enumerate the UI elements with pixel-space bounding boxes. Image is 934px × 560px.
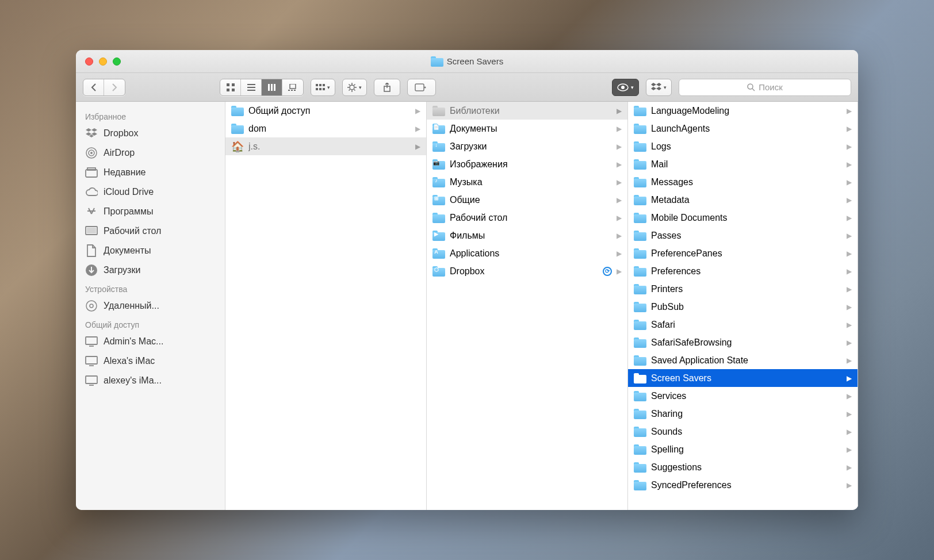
- disc-icon: [85, 300, 98, 312]
- sidebar-item[interactable]: Рабочий стол: [76, 221, 225, 241]
- sidebar-item[interactable]: Удаленный...: [76, 296, 225, 316]
- folder-icon: [634, 480, 646, 490]
- file-row[interactable]: ↓Загрузки▶: [427, 137, 627, 155]
- disclosure-arrow-icon: ▶: [617, 125, 622, 133]
- file-row[interactable]: Spelling▶: [628, 440, 858, 458]
- folder-icon: [634, 195, 646, 205]
- file-row[interactable]: 🏠j.s.▶: [225, 137, 426, 155]
- file-row[interactable]: SafariSafeBrowsing▶: [628, 333, 858, 351]
- search-placeholder: Поиск: [759, 82, 783, 92]
- file-row[interactable]: Saved Application State▶: [628, 351, 858, 369]
- file-name: Spelling: [651, 444, 842, 455]
- file-row[interactable]: Общий доступ▶: [225, 102, 426, 120]
- chevron-down-icon: ▾: [327, 85, 330, 90]
- file-row[interactable]: Screen Savers▶: [628, 369, 858, 387]
- folder-icon: [231, 124, 244, 134]
- file-row[interactable]: Рабочий стол▶: [427, 209, 627, 227]
- disclosure-arrow-icon: ▶: [617, 232, 622, 240]
- sidebar-item[interactable]: alexey's iMa...: [76, 371, 225, 390]
- disclosure-arrow-icon: ▶: [847, 267, 852, 275]
- finder-window: Screen Savers: [76, 50, 858, 510]
- arrange-button[interactable]: ▾: [311, 79, 335, 96]
- file-name: LanguageModeling: [651, 106, 842, 116]
- file-row[interactable]: Sounds▶: [628, 423, 858, 440]
- sidebar[interactable]: ИзбранноеDropboxAirDropНедавниеiCloud Dr…: [76, 102, 225, 510]
- file-row[interactable]: AApplications▶: [427, 244, 627, 262]
- file-row[interactable]: Sharing▶: [628, 405, 858, 423]
- folder-icon: [634, 444, 646, 455]
- svg-rect-7: [268, 84, 270, 91]
- forward-button[interactable]: [104, 79, 125, 95]
- file-row[interactable]: 📷Изображения▶: [427, 155, 627, 173]
- file-row[interactable]: Messages▶: [628, 173, 858, 191]
- view-list-button[interactable]: [241, 79, 262, 95]
- svg-point-32: [424, 86, 426, 88]
- file-row[interactable]: Printers▶: [628, 280, 858, 298]
- sidebar-item[interactable]: Документы: [76, 241, 225, 260]
- folder-glyph: ⬡: [432, 265, 440, 273]
- file-row[interactable]: Библиотеки▶: [427, 102, 627, 120]
- file-row[interactable]: 📄Документы▶: [427, 120, 627, 137]
- file-row[interactable]: ⊞Общие▶: [427, 191, 627, 209]
- file-row[interactable]: Services▶: [628, 387, 858, 405]
- sidebar-item[interactable]: AirDrop: [76, 143, 225, 163]
- file-row[interactable]: ▶Фильмы▶: [427, 227, 627, 244]
- file-row[interactable]: Mail▶: [628, 155, 858, 173]
- icloud-icon: [85, 186, 98, 198]
- file-row[interactable]: Mobile Documents▶: [628, 209, 858, 227]
- file-row[interactable]: PubSub▶: [628, 298, 858, 316]
- folder-glyph: ↓: [432, 140, 440, 148]
- sidebar-item[interactable]: Dropbox: [76, 124, 225, 143]
- file-name: Рабочий стол: [450, 213, 612, 223]
- file-row[interactable]: Logs▶: [628, 137, 858, 155]
- tags-button[interactable]: [407, 79, 436, 96]
- svg-rect-9: [274, 84, 275, 91]
- sidebar-item[interactable]: Загрузки: [76, 260, 225, 280]
- disclosure-arrow-icon: ▶: [617, 160, 622, 168]
- disclosure-arrow-icon: ▶: [415, 125, 420, 133]
- browser-column[interactable]: Общий доступ▶dom▶🏠j.s.▶: [225, 102, 427, 510]
- sync-icon: ⟳: [603, 267, 612, 276]
- file-row[interactable]: Suggestions▶: [628, 458, 858, 476]
- svg-rect-43: [87, 228, 96, 233]
- file-name: Загрузки: [450, 141, 612, 152]
- svg-rect-47: [86, 337, 97, 344]
- view-column-button[interactable]: [262, 79, 282, 95]
- file-row[interactable]: ♪Музыка▶: [427, 173, 627, 191]
- file-row[interactable]: SyncedPreferences▶: [628, 476, 858, 494]
- privacy-button[interactable]: ▾: [612, 79, 639, 96]
- view-gallery-button[interactable]: [282, 79, 303, 95]
- file-row[interactable]: Metadata▶: [628, 191, 858, 209]
- disclosure-arrow-icon: ▶: [847, 356, 852, 365]
- action-button[interactable]: ▾: [342, 79, 367, 96]
- svg-rect-15: [319, 84, 321, 86]
- sidebar-item[interactable]: Недавние: [76, 163, 225, 182]
- file-row[interactable]: PreferencePanes▶: [628, 244, 858, 262]
- browser-column[interactable]: Библиотеки▶📄Документы▶↓Загрузки▶📷Изображ…: [427, 102, 628, 510]
- file-row[interactable]: Passes▶: [628, 227, 858, 244]
- dropbox-toolbar-button[interactable]: ▾: [646, 79, 672, 96]
- file-row[interactable]: LanguageModeling▶: [628, 102, 858, 120]
- sidebar-item[interactable]: Программы: [76, 202, 225, 221]
- file-row[interactable]: LaunchAgents▶: [628, 120, 858, 137]
- browser-column[interactable]: LanguageModeling▶LaunchAgents▶Logs▶Mail▶…: [628, 102, 858, 510]
- view-icon-button[interactable]: [220, 79, 241, 95]
- sidebar-item[interactable]: Alexa's iMac: [76, 351, 225, 371]
- share-button[interactable]: [374, 79, 400, 96]
- file-row[interactable]: Safari▶: [628, 316, 858, 333]
- file-row[interactable]: ⬡Dropbox⟳▶: [427, 262, 627, 280]
- sidebar-item-label: Недавние: [104, 167, 146, 178]
- file-row[interactable]: dom▶: [225, 120, 426, 137]
- file-row[interactable]: Preferences▶: [628, 262, 858, 280]
- search-field[interactable]: Поиск: [679, 79, 851, 96]
- file-name: Sharing: [651, 409, 842, 419]
- disclosure-arrow-icon: ▶: [617, 178, 622, 186]
- disclosure-arrow-icon: ▶: [847, 392, 852, 400]
- file-name: Saved Application State: [651, 355, 842, 366]
- sidebar-item[interactable]: iCloud Drive: [76, 182, 225, 202]
- disclosure-arrow-icon: ▶: [415, 143, 420, 151]
- folder-icon: [634, 124, 646, 134]
- file-name: Logs: [651, 141, 842, 152]
- back-button[interactable]: [83, 79, 104, 95]
- sidebar-item[interactable]: Admin's Mac...: [76, 332, 225, 351]
